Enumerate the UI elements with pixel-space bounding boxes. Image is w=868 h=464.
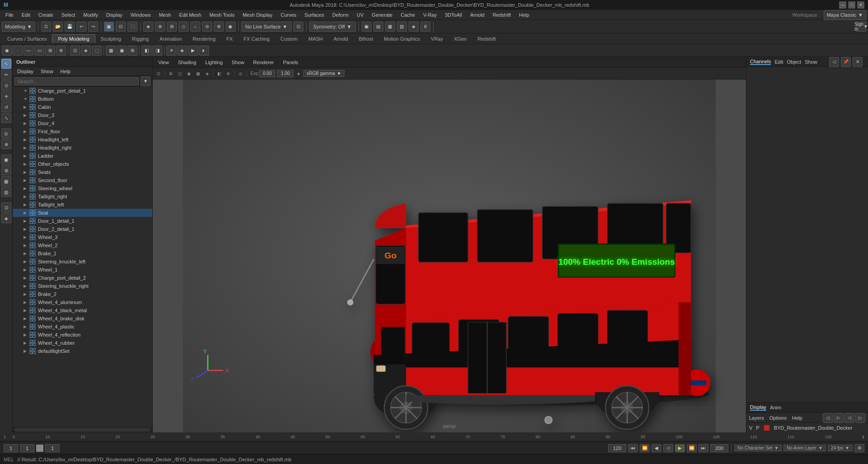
layer-item[interactable]: V P BYD_Routemaster_Double_Decker xyxy=(746,422,868,432)
outliner-item-wheel_4_plastic[interactable]: ▶Wheel_4_plastic xyxy=(13,323,152,331)
viewport-canvas[interactable]: 100% Electric 0% Emissions xyxy=(153,80,746,432)
redo-btn[interactable]: ↪ xyxy=(88,22,98,32)
help-menu[interactable]: Help xyxy=(792,415,802,421)
vp-color-profile-btn[interactable]: ◈ xyxy=(294,70,302,78)
mesh-btn-3[interactable]: ⊞ xyxy=(127,46,137,56)
outliner-item-brake_1[interactable]: ▶Brake_1 xyxy=(13,249,152,258)
outliner-filter-btn[interactable]: ▼ xyxy=(141,76,151,86)
light-btn-2[interactable]: ◈ xyxy=(177,46,187,56)
anim-btn-2[interactable]: ⏵ xyxy=(199,46,209,56)
expand-icon-cabin[interactable]: ▶ xyxy=(24,105,29,109)
vp-texture-btn[interactable]: ▦ xyxy=(194,70,202,78)
menu-select[interactable]: Select xyxy=(58,11,79,19)
layer-v[interactable]: V xyxy=(749,425,752,431)
display-btn-2[interactable]: ◨ xyxy=(152,46,162,56)
tab-sculpting[interactable]: Sculpting xyxy=(95,35,127,43)
expand-icon-headlight_left[interactable]: ▶ xyxy=(24,137,29,142)
paint-select-btn[interactable]: ⬛ xyxy=(127,22,137,32)
expand-icon-wheel_1[interactable]: ▶ xyxy=(24,267,29,272)
timeline-ruler[interactable]: 1 510152025 3035404550 5560657075 808590… xyxy=(0,432,868,441)
workspace-selector[interactable]: Maya Classic ▼ xyxy=(824,10,866,20)
vp-menu-shading[interactable]: Shading xyxy=(175,59,200,66)
outliner-show-menu[interactable]: Show xyxy=(38,68,56,75)
layer-add-btn[interactable]: ◁ xyxy=(823,413,833,423)
menu-windows[interactable]: Windows xyxy=(127,11,155,19)
menu-arnold[interactable]: Arnold xyxy=(467,11,488,19)
layer-remove-btn[interactable]: ▷ xyxy=(834,413,844,423)
outliner-item-wheel_4_rubber[interactable]: ▶Wheel_4_rubber xyxy=(13,339,152,347)
outliner-item-bottom[interactable]: ▼Bottom xyxy=(13,95,152,103)
move-tool[interactable]: ✛ xyxy=(1,91,11,101)
menu-generate[interactable]: Generate xyxy=(368,11,396,19)
sel-vertex-btn[interactable]: · xyxy=(13,46,23,56)
range-end[interactable] xyxy=(710,444,728,452)
expand-icon-wheel_4_plastic[interactable]: ▶ xyxy=(24,324,29,329)
show-hud-btn[interactable]: ⊡ xyxy=(1,202,11,212)
menu-cache[interactable]: Cache xyxy=(397,11,419,19)
open-scene-btn[interactable]: 📂 xyxy=(53,22,63,32)
tab-bifrost[interactable]: Bifrost xyxy=(354,35,378,43)
outliner-item-seats[interactable]: ▶Seats xyxy=(13,168,152,176)
isolate-select-btn[interactable]: ◈ xyxy=(1,213,11,223)
expand-icon-defaultlightset[interactable]: ▶ xyxy=(24,349,29,353)
mode-selector[interactable]: Modeling ▼ xyxy=(2,22,35,32)
sel-multi-btn[interactable]: ⊕ xyxy=(56,46,66,56)
next-keyframe-btn[interactable]: ⏩ xyxy=(687,444,697,452)
expand-icon-ladder[interactable]: ▶ xyxy=(24,154,29,158)
vp-isolate-btn[interactable]: ◎ xyxy=(236,70,245,78)
live-surface-toggle[interactable]: ⊡ xyxy=(293,22,303,32)
no-anim-layer-selector[interactable]: No Anim Layer ▼ xyxy=(783,445,826,451)
vp-shadow-btn[interactable]: ◧ xyxy=(215,70,223,78)
vp-menu-panels[interactable]: Panels xyxy=(279,59,302,66)
sculpt-tool[interactable]: ⊙ xyxy=(1,80,11,90)
minimize-button[interactable]: — xyxy=(839,1,846,9)
snap-btn-3[interactable]: ⊞ xyxy=(167,22,177,32)
outliner-item-other_objects[interactable]: ▶Other_objects xyxy=(13,160,152,168)
outliner-item-cabin[interactable]: ▶Cabin xyxy=(13,103,152,111)
outliner-search-input[interactable] xyxy=(14,77,139,85)
select-tool[interactable]: ↖ xyxy=(1,59,11,69)
new-scene-btn[interactable]: 🗋 xyxy=(41,22,51,32)
vp-menu-view[interactable]: View xyxy=(155,59,173,66)
symmetry-status[interactable]: Symmetry: Off ▼ xyxy=(309,22,356,32)
outliner-item-door_3[interactable]: ▶Door_3 xyxy=(13,111,152,119)
menu-edit[interactable]: Edit xyxy=(18,11,34,19)
menu-mesh[interactable]: Mesh xyxy=(155,11,175,19)
expand-icon-brake_2[interactable]: ▶ xyxy=(24,292,29,296)
current-frame-end[interactable] xyxy=(20,444,34,452)
camera-panel-btn[interactable]: ▣ xyxy=(1,155,11,164)
sel-face-btn[interactable]: ▭ xyxy=(34,46,44,56)
outliner-item-wheel_2[interactable]: ▶Wheel_2 xyxy=(13,241,152,249)
expand-icon-headlight_right[interactable]: ▶ xyxy=(24,145,29,150)
tab-fx-caching[interactable]: FX Caching xyxy=(238,35,275,43)
vp-menu-lighting[interactable]: Lighting xyxy=(202,59,226,66)
outliner-item-second_floor[interactable]: ▶Second_floor xyxy=(13,176,152,184)
save-scene-btn[interactable]: 💾 xyxy=(65,22,75,32)
tab-vray[interactable]: VRay xyxy=(425,35,448,43)
prev-keyframe-btn[interactable]: ⏪ xyxy=(640,444,650,452)
vp-color-space-selector[interactable]: sRGB gamma ▼ xyxy=(303,70,344,77)
expand-icon-first_floor[interactable]: ▶ xyxy=(24,129,29,134)
transform-btn-1[interactable]: ⊡ xyxy=(70,46,80,56)
snap-btn-8[interactable]: ◉ xyxy=(226,22,236,32)
expand-icon-seats[interactable]: ▶ xyxy=(24,170,29,174)
outliner-item-wheel_4_black_metal[interactable]: ▶Wheel_4_black_metal xyxy=(13,306,152,314)
expand-icon-door_1_detail_1[interactable]: ▶ xyxy=(24,219,29,223)
expand-icon-wheel_3[interactable]: ▶ xyxy=(24,235,29,239)
expand-icon-second_floor[interactable]: ▶ xyxy=(24,178,29,183)
tab-poly-modeling[interactable]: Poly Modeling xyxy=(52,34,95,43)
rotate-tool[interactable]: ↺ xyxy=(1,102,11,112)
tab-redshift[interactable]: Redshift xyxy=(472,35,501,43)
snap-to-surface-btn[interactable]: ⊗ xyxy=(1,139,11,149)
outliner-help-menu[interactable]: Help xyxy=(58,68,74,75)
menu-file[interactable]: File xyxy=(2,11,17,19)
render-btn-2[interactable]: ▤ xyxy=(373,22,383,32)
outliner-display-menu[interactable]: Display xyxy=(14,68,36,75)
expand-icon-seat[interactable]: ▶ xyxy=(24,211,29,215)
layout-btn-2[interactable]: ▦ xyxy=(1,176,11,186)
layer-options-btn[interactable]: ◁ xyxy=(844,413,854,423)
expand-icon-wheel_4_brake_disk[interactable]: ▶ xyxy=(24,316,29,321)
transform-btn-2[interactable]: ◈ xyxy=(81,46,91,56)
vp-menu-renderer[interactable]: Renderer xyxy=(250,59,278,66)
expand-icon-wheel_4_rubber[interactable]: ▶ xyxy=(24,341,29,345)
